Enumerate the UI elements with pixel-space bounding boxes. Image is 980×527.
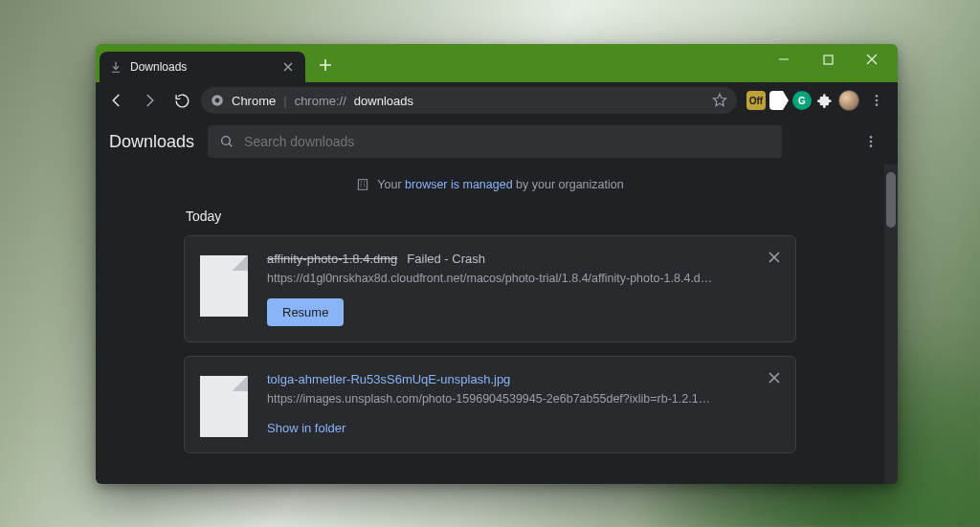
extension-off-badge[interactable]: Off: [746, 91, 766, 110]
extension-tag-icon[interactable]: [769, 91, 789, 110]
new-tab-button[interactable]: [314, 54, 337, 77]
tab-title: Downloads: [130, 60, 187, 74]
page-title: Downloads: [109, 132, 194, 152]
minimize-button[interactable]: [762, 44, 806, 75]
building-icon: [356, 178, 369, 191]
download-url: https://d1gl0nrskhax8d.cloudfront.net/ma…: [267, 272, 717, 285]
download-item: tolga-ahmetler-Ru53sS6mUqE-unsplash.jpg …: [184, 356, 796, 453]
omnibox-product: Chrome: [232, 94, 276, 108]
svg-point-2: [215, 99, 220, 103]
svg-point-9: [870, 144, 873, 147]
scrollbar[interactable]: [884, 165, 898, 484]
page-content: Downloads Your browser is managed by you…: [96, 119, 898, 484]
download-icon: [109, 60, 122, 74]
reload-button[interactable]: [168, 87, 195, 114]
extensions-menu-button[interactable]: [815, 91, 835, 110]
download-filename[interactable]: tolga-ahmetler-Ru53sS6mUqE-unsplash.jpg: [267, 372, 510, 386]
svg-rect-10: [359, 180, 368, 190]
extension-grammarly-icon[interactable]: G: [792, 91, 812, 110]
omnibox-url-path: downloads: [354, 94, 413, 108]
scrollbar-thumb[interactable]: [886, 172, 896, 228]
search-input[interactable]: [244, 134, 770, 149]
download-status: Failed - Crash: [407, 252, 485, 266]
scroll-area: Your browser is managed by your organiza…: [96, 165, 898, 484]
section-today: Today: [186, 209, 796, 224]
window-controls: [762, 44, 894, 75]
address-bar[interactable]: Chrome | chrome://downloads: [201, 87, 737, 114]
forward-button[interactable]: [136, 87, 163, 114]
show-in-folder-link[interactable]: Show in folder: [267, 421, 345, 435]
search-downloads[interactable]: [208, 125, 782, 158]
search-icon: [219, 134, 234, 149]
download-filename: affinity-photo-1.8.4.dmg: [267, 252, 397, 266]
remove-download-button[interactable]: [765, 368, 784, 387]
svg-point-6: [222, 137, 231, 145]
file-thumbnail: [200, 255, 248, 317]
resume-button[interactable]: Resume: [267, 298, 344, 326]
toolbar-row: Chrome | chrome://downloads Off G: [96, 82, 898, 119]
titlebar: Downloads: [96, 44, 898, 82]
svg-point-5: [876, 103, 879, 106]
remove-download-button[interactable]: [765, 248, 784, 267]
maximize-button[interactable]: [806, 44, 850, 75]
profile-avatar[interactable]: [838, 90, 859, 111]
omnibox-url-scheme: chrome://: [295, 94, 346, 108]
star-icon[interactable]: [712, 93, 727, 108]
managed-banner: Your browser is managed by your organiza…: [184, 165, 796, 209]
download-url: https://images.unsplash.com/photo-159690…: [267, 392, 717, 406]
download-item: affinity-photo-1.8.4.dmg Failed - Crash …: [184, 235, 796, 342]
close-window-button[interactable]: [850, 44, 894, 75]
browser-window: Downloads Chrome | chrome://downloads: [96, 44, 898, 484]
browser-tab[interactable]: Downloads: [100, 52, 305, 82]
svg-point-8: [870, 141, 873, 143]
managed-link[interactable]: browser is managed: [405, 178, 513, 191]
downloads-toolbar: Downloads: [96, 119, 898, 165]
browser-menu-button[interactable]: [863, 87, 890, 114]
svg-rect-0: [824, 55, 833, 64]
file-thumbnail: [200, 376, 248, 437]
chrome-logo-icon: [211, 94, 224, 107]
back-button[interactable]: [103, 87, 130, 114]
downloads-menu-button[interactable]: [858, 128, 884, 155]
extensions-row: Off G: [743, 87, 890, 114]
svg-point-3: [876, 95, 879, 98]
svg-point-7: [870, 136, 873, 139]
tab-close-button[interactable]: [280, 59, 296, 75]
svg-point-4: [876, 99, 879, 102]
